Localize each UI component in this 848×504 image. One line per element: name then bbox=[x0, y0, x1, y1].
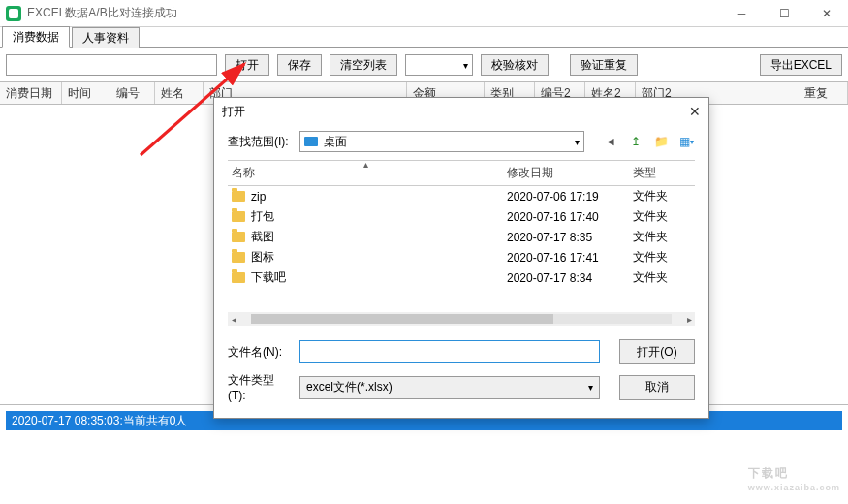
toolbar: 打开 保存 清空列表 ▾ 校验核对 验证重复 导出EXCEL bbox=[0, 48, 848, 81]
nav-icons: ◄ ↥ 📁 ▦▾ bbox=[602, 133, 695, 150]
col-repeat[interactable]: 重复 bbox=[769, 82, 848, 104]
tab-label: 消费数据 bbox=[13, 30, 59, 44]
dialog-title: 打开 bbox=[222, 104, 245, 120]
folder-icon bbox=[232, 232, 245, 242]
filename-label: 文件名(N): bbox=[228, 344, 292, 361]
export-excel-button[interactable]: 导出EXCEL bbox=[760, 54, 842, 76]
folder-icon bbox=[232, 191, 245, 202]
new-folder-icon[interactable]: 📁 bbox=[652, 133, 670, 150]
clear-list-button[interactable]: 清空列表 bbox=[330, 54, 397, 76]
filetype-value: excel文件(*.xlsx) bbox=[306, 379, 393, 395]
back-icon[interactable]: ◄ bbox=[602, 133, 619, 150]
file-row[interactable]: 图标 2020-07-16 17:41 文件夹 bbox=[228, 247, 695, 268]
tab-label: 人事资料 bbox=[82, 31, 129, 45]
status-text: 2020-07-17 08:35:03:当前共有0人 bbox=[12, 413, 187, 429]
watermark: 下载吧 www.xiazaiba.com bbox=[748, 456, 840, 492]
dialog-cancel-button[interactable]: 取消 bbox=[619, 375, 695, 400]
filename-input[interactable] bbox=[299, 340, 600, 363]
scroll-thumb[interactable] bbox=[251, 314, 553, 324]
check-button[interactable]: 校验核对 bbox=[481, 54, 549, 76]
system-buttons: ─ ☐ ✕ bbox=[720, 0, 848, 27]
sort-indicator-icon: ▴ bbox=[363, 159, 368, 170]
folder-icon bbox=[232, 211, 245, 222]
col-date[interactable]: 消费日期 bbox=[0, 82, 62, 104]
col-id[interactable]: 编号 bbox=[110, 82, 155, 104]
minimize-button[interactable]: ─ bbox=[720, 0, 763, 27]
file-rows: zip 2020-07-06 17:19 文件夹 打包 2020-07-16 1… bbox=[228, 186, 695, 312]
maximize-button[interactable]: ☐ bbox=[763, 0, 805, 27]
close-button[interactable]: ✕ bbox=[805, 0, 848, 27]
file-row[interactable]: 下载吧 2020-07-17 8:34 文件夹 bbox=[228, 268, 695, 288]
filetype-label: 文件类型(T): bbox=[228, 372, 292, 402]
up-icon[interactable]: ↥ bbox=[627, 133, 644, 150]
file-list: 名称 ▴ 修改日期 类型 zip 2020-07-06 17:19 文件夹 打包… bbox=[228, 160, 695, 326]
dialog-bottom: 文件名(N): 打开(O) 文件类型(T): excel文件(*.xlsx) ▾… bbox=[214, 335, 708, 414]
category-combo[interactable]: ▾ bbox=[405, 54, 473, 76]
filetype-select[interactable]: excel文件(*.xlsx) ▾ bbox=[299, 376, 600, 399]
chevron-down-icon: ▾ bbox=[463, 60, 468, 71]
open-dialog: 打开 ✕ 查找范围(I): 桌面 ▾ ◄ ↥ 📁 ▦▾ 名称 ▴ 修改日期 类型… bbox=[213, 97, 709, 419]
file-row[interactable]: 打包 2020-07-16 17:40 文件夹 bbox=[228, 206, 695, 227]
dialog-close-button[interactable]: ✕ bbox=[689, 104, 701, 119]
scroll-left-icon[interactable]: ◂ bbox=[228, 314, 239, 325]
tabs: 消费数据 人事资料 bbox=[0, 27, 848, 48]
col-time[interactable]: 时间 bbox=[62, 82, 110, 104]
dialog-title-bar: 打开 ✕ bbox=[214, 98, 708, 125]
search-input[interactable] bbox=[6, 54, 217, 76]
folder-icon bbox=[232, 272, 245, 283]
lookin-label: 查找范围(I): bbox=[228, 134, 292, 150]
tab-personnel[interactable]: 人事资料 bbox=[72, 27, 140, 48]
file-list-header: 名称 ▴ 修改日期 类型 bbox=[228, 161, 695, 186]
col-name[interactable]: 姓名 bbox=[155, 82, 204, 104]
title-bar: EXCEL数据A/B比对连接成功 ─ ☐ ✕ bbox=[0, 0, 848, 27]
dialog-lookin-row: 查找范围(I): 桌面 ▾ ◄ ↥ 📁 ▦▾ bbox=[214, 125, 708, 160]
view-icon[interactable]: ▦▾ bbox=[677, 133, 695, 150]
app-icon bbox=[6, 6, 21, 21]
file-row[interactable]: zip 2020-07-06 17:19 文件夹 bbox=[228, 186, 695, 206]
lookin-value: 桌面 bbox=[324, 134, 347, 150]
header-name[interactable]: 名称 bbox=[232, 165, 507, 181]
desktop-icon bbox=[304, 137, 318, 146]
header-date[interactable]: 修改日期 bbox=[507, 165, 633, 181]
horizontal-scrollbar[interactable]: ◂ ▸ bbox=[228, 312, 695, 326]
window-title: EXCEL数据A/B比对连接成功 bbox=[27, 5, 177, 21]
lookin-combo[interactable]: 桌面 ▾ bbox=[299, 131, 584, 152]
chevron-down-icon: ▾ bbox=[575, 137, 580, 147]
dialog-open-button[interactable]: 打开(O) bbox=[619, 339, 695, 364]
scroll-track[interactable] bbox=[251, 314, 672, 324]
scroll-right-icon[interactable]: ▸ bbox=[683, 314, 695, 325]
folder-icon bbox=[232, 252, 245, 263]
header-type[interactable]: 类型 bbox=[633, 165, 691, 181]
tab-consumption[interactable]: 消费数据 bbox=[2, 26, 70, 48]
save-button[interactable]: 保存 bbox=[277, 54, 322, 76]
chevron-down-icon: ▾ bbox=[588, 382, 593, 393]
verify-button[interactable]: 验证重复 bbox=[570, 54, 638, 76]
file-row[interactable]: 截图 2020-07-17 8:35 文件夹 bbox=[228, 227, 695, 247]
open-button[interactable]: 打开 bbox=[225, 54, 269, 76]
